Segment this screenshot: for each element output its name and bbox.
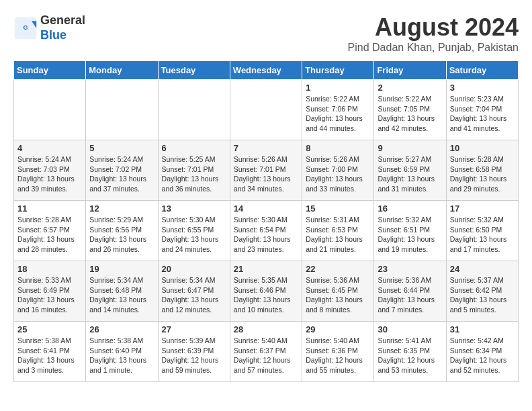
logo-icon: G: [13, 16, 38, 40]
day-info: Sunrise: 5:22 AM Sunset: 7:06 PM Dayligh…: [306, 94, 370, 134]
day-number: 13: [162, 203, 226, 214]
day-number: 3: [450, 83, 515, 93]
day-number: 23: [378, 264, 442, 274]
calendar-cell: 6Sunrise: 5:25 AM Sunset: 7:01 PM Daylig…: [158, 140, 230, 201]
weekday-header: Tuesday: [158, 61, 230, 80]
weekday-header: Sunday: [14, 61, 86, 80]
day-info: Sunrise: 5:26 AM Sunset: 7:01 PM Dayligh…: [234, 154, 298, 194]
calendar-cell: 5Sunrise: 5:24 AM Sunset: 7:02 PM Daylig…: [86, 140, 158, 201]
calendar-header-row: SundayMondayTuesdayWednesdayThursdayFrid…: [14, 61, 519, 80]
day-number: 16: [378, 203, 442, 214]
day-number: 21: [234, 264, 298, 274]
weekday-header: Thursday: [302, 61, 374, 80]
day-info: Sunrise: 5:34 AM Sunset: 6:48 PM Dayligh…: [89, 275, 154, 315]
subtitle: Pind Dadan Khan, Punjab, Pakistan: [348, 42, 519, 54]
day-number: 26: [89, 324, 154, 334]
day-info: Sunrise: 5:41 AM Sunset: 6:35 PM Dayligh…: [378, 336, 442, 375]
calendar-cell: 17Sunrise: 5:32 AM Sunset: 6:50 PM Dayli…: [446, 201, 518, 261]
calendar-cell: [230, 80, 302, 140]
calendar-cell: [158, 80, 230, 140]
calendar-cell: 1Sunrise: 5:22 AM Sunset: 7:06 PM Daylig…: [302, 80, 374, 140]
day-info: Sunrise: 5:30 AM Sunset: 6:55 PM Dayligh…: [162, 215, 226, 255]
day-number: 29: [306, 324, 370, 334]
weekday-header: Wednesday: [230, 61, 302, 80]
calendar-table: SundayMondayTuesdayWednesdayThursdayFrid…: [13, 60, 519, 382]
calendar-cell: 9Sunrise: 5:27 AM Sunset: 6:59 PM Daylig…: [374, 140, 446, 201]
calendar-cell: [14, 80, 86, 140]
calendar-cell: 20Sunrise: 5:34 AM Sunset: 6:47 PM Dayli…: [158, 261, 230, 322]
calendar-cell: 24Sunrise: 5:37 AM Sunset: 6:42 PM Dayli…: [446, 261, 518, 322]
day-number: 8: [306, 143, 370, 153]
day-number: 1: [306, 83, 370, 93]
logo-blue: Blue: [40, 28, 85, 43]
calendar-week-row: 4Sunrise: 5:24 AM Sunset: 7:03 PM Daylig…: [14, 140, 519, 201]
day-info: Sunrise: 5:33 AM Sunset: 6:49 PM Dayligh…: [17, 275, 82, 315]
day-number: 6: [162, 143, 226, 153]
calendar-cell: 16Sunrise: 5:32 AM Sunset: 6:51 PM Dayli…: [374, 201, 446, 261]
day-info: Sunrise: 5:40 AM Sunset: 6:36 PM Dayligh…: [306, 336, 370, 375]
day-number: 9: [378, 143, 442, 153]
title-block: August 2024 Pind Dadan Khan, Punjab, Pak…: [348, 13, 519, 54]
calendar-cell: 4Sunrise: 5:24 AM Sunset: 7:03 PM Daylig…: [14, 140, 86, 201]
calendar-week-row: 1Sunrise: 5:22 AM Sunset: 7:06 PM Daylig…: [14, 80, 519, 140]
day-info: Sunrise: 5:24 AM Sunset: 7:03 PM Dayligh…: [17, 154, 82, 194]
page-header: G General Blue August 2024 Pind Dadan Kh…: [13, 13, 519, 54]
day-number: 22: [306, 264, 370, 274]
calendar-week-row: 18Sunrise: 5:33 AM Sunset: 6:49 PM Dayli…: [14, 261, 519, 322]
calendar-cell: 22Sunrise: 5:36 AM Sunset: 6:45 PM Dayli…: [302, 261, 374, 322]
main-title: August 2024: [348, 13, 519, 42]
day-number: 5: [89, 143, 154, 153]
calendar-cell: 25Sunrise: 5:38 AM Sunset: 6:41 PM Dayli…: [14, 322, 86, 382]
calendar-cell: [86, 80, 158, 140]
calendar-cell: 3Sunrise: 5:23 AM Sunset: 7:04 PM Daylig…: [446, 80, 518, 140]
day-info: Sunrise: 5:37 AM Sunset: 6:42 PM Dayligh…: [450, 275, 515, 315]
day-info: Sunrise: 5:23 AM Sunset: 7:04 PM Dayligh…: [450, 94, 515, 134]
calendar-week-row: 25Sunrise: 5:38 AM Sunset: 6:41 PM Dayli…: [14, 322, 519, 382]
calendar-cell: 12Sunrise: 5:29 AM Sunset: 6:56 PM Dayli…: [86, 201, 158, 261]
day-number: 30: [378, 324, 442, 334]
calendar-cell: 14Sunrise: 5:30 AM Sunset: 6:54 PM Dayli…: [230, 201, 302, 261]
day-info: Sunrise: 5:22 AM Sunset: 7:05 PM Dayligh…: [378, 94, 442, 134]
calendar-cell: 19Sunrise: 5:34 AM Sunset: 6:48 PM Dayli…: [86, 261, 158, 322]
calendar-cell: 23Sunrise: 5:36 AM Sunset: 6:44 PM Dayli…: [374, 261, 446, 322]
day-number: 28: [234, 324, 298, 334]
day-info: Sunrise: 5:31 AM Sunset: 6:53 PM Dayligh…: [306, 215, 370, 255]
calendar-cell: 15Sunrise: 5:31 AM Sunset: 6:53 PM Dayli…: [302, 201, 374, 261]
weekday-header: Saturday: [446, 61, 518, 80]
calendar-cell: 13Sunrise: 5:30 AM Sunset: 6:55 PM Dayli…: [158, 201, 230, 261]
day-number: 15: [306, 203, 370, 214]
weekday-header: Monday: [86, 61, 158, 80]
day-number: 14: [234, 203, 298, 214]
day-number: 18: [17, 264, 82, 274]
day-info: Sunrise: 5:28 AM Sunset: 6:57 PM Dayligh…: [17, 215, 82, 255]
logo: G General Blue: [13, 13, 85, 42]
calendar-cell: 10Sunrise: 5:28 AM Sunset: 6:58 PM Dayli…: [446, 140, 518, 201]
day-info: Sunrise: 5:27 AM Sunset: 6:59 PM Dayligh…: [378, 154, 442, 194]
calendar-cell: 30Sunrise: 5:41 AM Sunset: 6:35 PM Dayli…: [374, 322, 446, 382]
calendar-cell: 18Sunrise: 5:33 AM Sunset: 6:49 PM Dayli…: [14, 261, 86, 322]
day-info: Sunrise: 5:38 AM Sunset: 6:41 PM Dayligh…: [17, 336, 82, 375]
day-number: 27: [162, 324, 226, 334]
calendar-cell: 7Sunrise: 5:26 AM Sunset: 7:01 PM Daylig…: [230, 140, 302, 201]
day-info: Sunrise: 5:32 AM Sunset: 6:50 PM Dayligh…: [450, 215, 515, 255]
day-number: 10: [450, 143, 515, 153]
day-info: Sunrise: 5:42 AM Sunset: 6:34 PM Dayligh…: [450, 336, 515, 375]
day-number: 17: [450, 203, 515, 214]
day-info: Sunrise: 5:29 AM Sunset: 6:56 PM Dayligh…: [89, 215, 154, 255]
calendar-cell: 27Sunrise: 5:39 AM Sunset: 6:39 PM Dayli…: [158, 322, 230, 382]
weekday-header: Friday: [374, 61, 446, 80]
logo-general: General: [40, 13, 85, 28]
calendar-cell: 21Sunrise: 5:35 AM Sunset: 6:46 PM Dayli…: [230, 261, 302, 322]
calendar-cell: 8Sunrise: 5:26 AM Sunset: 7:00 PM Daylig…: [302, 140, 374, 201]
calendar-cell: 2Sunrise: 5:22 AM Sunset: 7:05 PM Daylig…: [374, 80, 446, 140]
day-number: 4: [17, 143, 82, 153]
day-number: 31: [450, 324, 515, 334]
day-info: Sunrise: 5:34 AM Sunset: 6:47 PM Dayligh…: [162, 275, 226, 315]
day-info: Sunrise: 5:38 AM Sunset: 6:40 PM Dayligh…: [89, 336, 154, 375]
calendar-cell: 28Sunrise: 5:40 AM Sunset: 6:37 PM Dayli…: [230, 322, 302, 382]
calendar-cell: 26Sunrise: 5:38 AM Sunset: 6:40 PM Dayli…: [86, 322, 158, 382]
day-info: Sunrise: 5:26 AM Sunset: 7:00 PM Dayligh…: [306, 154, 370, 194]
day-number: 12: [89, 203, 154, 214]
day-info: Sunrise: 5:36 AM Sunset: 6:44 PM Dayligh…: [378, 275, 442, 315]
day-number: 2: [378, 83, 442, 93]
